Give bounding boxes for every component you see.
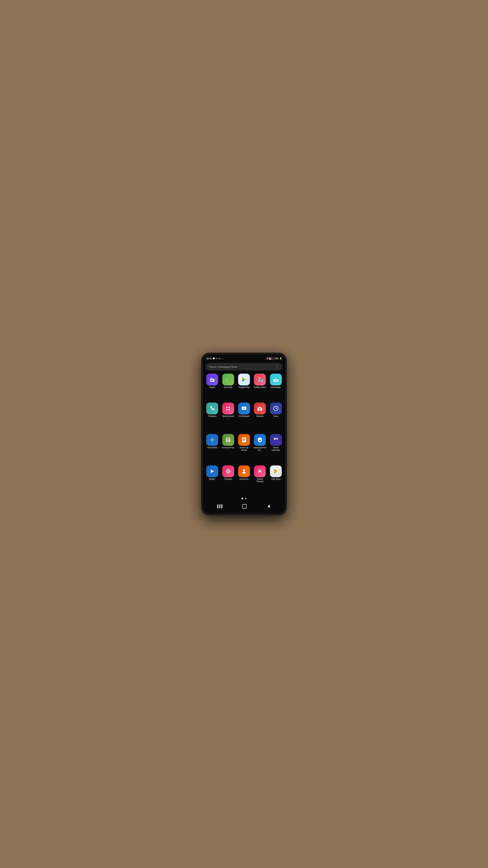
- app-phone[interactable]: Телефон: [205, 402, 220, 432]
- mute-icon: 🔕: [266, 358, 269, 360]
- svg-point-1: [210, 379, 212, 381]
- back-button[interactable]: [264, 503, 273, 510]
- app-radio[interactable]: Радио: [205, 373, 220, 401]
- svg-rect-51: [219, 504, 220, 508]
- svg-rect-11: [275, 377, 275, 378]
- page-indicator: [203, 496, 285, 501]
- instagram-icon: ◎: [219, 358, 221, 360]
- app-label-contacts: Контакты: [240, 478, 249, 480]
- svg-marker-49: [274, 469, 278, 473]
- battery-text: 24%: [274, 358, 279, 360]
- home-button[interactable]: [239, 503, 250, 511]
- app-icon-secure: [254, 434, 266, 446]
- app-gallery[interactable]: Галерея: [221, 465, 235, 495]
- app-label-gallery: Галерея: [224, 478, 232, 480]
- app-label-calc: Калькулятор: [222, 446, 234, 449]
- app-icon-calc: [222, 434, 234, 446]
- app-icon-contacts: [238, 465, 250, 477]
- app-icon-camera: [254, 403, 266, 414]
- search-bar[interactable]: Поиск с помощью Finder ⋮: [205, 363, 283, 370]
- svg-rect-4: [211, 377, 212, 379]
- svg-text:🏪: 🏪: [258, 377, 263, 382]
- svg-rect-28: [227, 438, 230, 439]
- status-right: 🔕 ▓▒░ 24% 🔋: [266, 358, 282, 360]
- app-label-phone: Телефон: [208, 415, 217, 417]
- app-icon-video: [206, 465, 218, 477]
- app-label-calendar: Календарь: [271, 386, 281, 389]
- app-googleplay[interactable]: Google Play: [236, 373, 252, 401]
- app-icon-gallery: [222, 465, 234, 477]
- svg-point-33: [228, 441, 228, 442]
- app-camera[interactable]: Камера: [252, 402, 267, 432]
- whatsapp-icon: 💬: [213, 358, 215, 360]
- signal-icon: ▓▒░: [269, 358, 273, 360]
- app-playgames[interactable]: Play Игры: [268, 465, 283, 495]
- app-icon-playgames: [270, 465, 282, 477]
- svg-text:26: 26: [275, 379, 277, 381]
- svg-point-16: [229, 409, 230, 410]
- svg-point-18: [243, 408, 244, 409]
- app-apps[interactable]: Приложения…: [221, 402, 235, 432]
- svg-point-14: [229, 407, 230, 408]
- app-calendar[interactable]: 26Календарь: [268, 373, 283, 401]
- app-themes[interactable]: Galaxy Themes: [252, 465, 267, 495]
- app-clock[interactable]: Часы: [268, 402, 283, 432]
- app-contacts[interactable]: Контакты: [236, 465, 252, 495]
- app-icon-clock: [270, 403, 282, 414]
- app-icon-themes: [254, 465, 266, 477]
- status-time: 18:40: [206, 358, 212, 360]
- svg-point-32: [227, 441, 228, 442]
- app-label-playgames: Play Игры: [271, 478, 281, 480]
- svg-text:S: S: [226, 379, 227, 381]
- svg-marker-44: [211, 469, 214, 473]
- app-grid: РадиоSSamsungGoogle Play🏪Galaxy Store26К…: [203, 372, 285, 496]
- app-icon-apps: [222, 403, 234, 414]
- app-label-notes: Samsung Notes: [238, 446, 250, 452]
- svg-point-43: [277, 438, 278, 439]
- app-label-radio: Радио: [209, 386, 215, 389]
- app-label-themes: Galaxy Themes: [254, 478, 266, 483]
- bottom-nav: [203, 501, 285, 514]
- app-samsung[interactable]: SSamsung: [221, 373, 235, 401]
- svg-point-19: [245, 408, 245, 409]
- app-icon-gamelauncher: [270, 434, 282, 446]
- svg-point-15: [226, 409, 228, 410]
- svg-rect-52: [221, 504, 222, 508]
- recent-apps-button[interactable]: [215, 503, 225, 510]
- app-icon-googleplay: [238, 374, 250, 385]
- svg-point-21: [259, 409, 260, 410]
- search-menu-icon[interactable]: ⋮: [275, 365, 279, 369]
- app-label-camera: Камера: [256, 415, 263, 417]
- app-label-settings: Настройки: [207, 446, 217, 449]
- battery-icon: 🔋: [280, 358, 282, 360]
- app-label-apps: Приложения…: [222, 415, 234, 420]
- app-secure[interactable]: Защищённая па…: [252, 433, 267, 464]
- app-gamelauncher[interactable]: Game Launcher: [268, 433, 283, 464]
- telegram-icon: ✈: [216, 358, 218, 360]
- app-icon-messages: [238, 403, 250, 414]
- app-icon-phone: [206, 403, 218, 414]
- app-icon-radio: [206, 374, 218, 385]
- svg-rect-9: [273, 378, 278, 379]
- dot-1: [241, 498, 243, 499]
- app-calc[interactable]: Калькулятор: [221, 433, 235, 464]
- dot-2: [245, 498, 247, 499]
- svg-point-34: [229, 441, 229, 442]
- app-label-clock: Часы: [273, 415, 278, 417]
- more-icon: ···: [221, 358, 223, 360]
- app-notes[interactable]: Samsung Notes: [236, 433, 252, 464]
- svg-point-30: [228, 440, 228, 441]
- app-icon-galaxystore: 🏪: [254, 374, 266, 385]
- svg-rect-50: [217, 504, 218, 508]
- app-label-samsung: Samsung: [224, 386, 232, 389]
- search-placeholder: Поиск с помощью Finder: [209, 366, 237, 368]
- app-messages[interactable]: Сообщения: [236, 402, 252, 432]
- app-video[interactable]: Видео: [205, 465, 220, 495]
- svg-rect-3: [213, 380, 213, 381]
- status-left: 18:40 💬 ✈ ◎ ···: [206, 358, 223, 360]
- app-galaxystore[interactable]: 🏪Galaxy Store: [252, 373, 267, 401]
- app-icon-notes: [238, 434, 250, 446]
- app-settings[interactable]: Настройки: [205, 433, 220, 464]
- phone-screen: 18:40 💬 ✈ ◎ ··· 🔕 ▓▒░ 24% 🔋 Поиск с помо…: [203, 354, 285, 514]
- app-icon-samsung: S: [222, 374, 234, 385]
